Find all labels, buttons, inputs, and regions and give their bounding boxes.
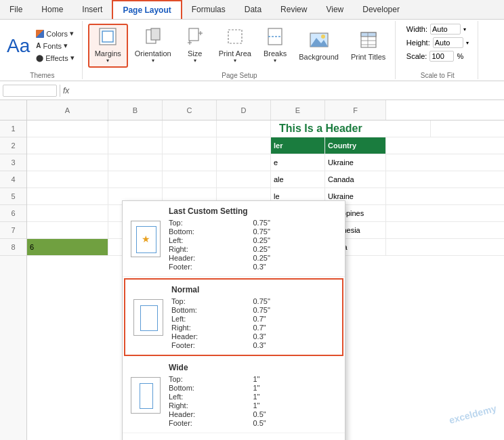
orientation-label: Orientation <box>135 49 171 58</box>
width-chevron[interactable]: ▾ <box>463 26 466 32</box>
cell-f4[interactable]: Canada <box>325 171 386 188</box>
cell-d2[interactable] <box>217 137 271 154</box>
svg-point-14 <box>321 35 325 39</box>
margin-right-val-n: 0.7" <box>253 324 335 332</box>
width-row: Width: ▾ <box>406 24 466 35</box>
tab-page-layout[interactable]: Page Layout <box>112 0 182 19</box>
tab-file[interactable]: File <box>0 0 32 19</box>
print-area-chevron: ▾ <box>234 58 236 64</box>
themes-large-btn[interactable]: Aa Colors ▾ A Fonts ▾ ⬤ <box>7 28 78 64</box>
cell-a6[interactable] <box>27 205 108 221</box>
margin-title-last-custom: Last Custom Setting <box>169 206 337 216</box>
row-header-5[interactable]: 5 <box>0 188 26 205</box>
margins-button[interactable]: Margins ▾ <box>88 24 128 68</box>
cell-b1[interactable] <box>108 120 163 137</box>
formula-input[interactable] <box>72 86 501 95</box>
cell-a4[interactable] <box>27 171 108 188</box>
cell-d4[interactable] <box>217 171 271 188</box>
height-chevron[interactable]: ▾ <box>466 40 469 46</box>
cell-f2[interactable]: Country <box>325 137 386 154</box>
margin-icon-last-custom: ★ <box>131 221 161 257</box>
svg-rect-3 <box>151 28 160 40</box>
orientation-icon <box>145 28 161 48</box>
height-input[interactable] <box>433 37 463 48</box>
cell-b2[interactable] <box>108 137 163 154</box>
row-header-2[interactable]: 2 <box>0 137 26 154</box>
row-header-7[interactable]: 7 <box>0 222 26 239</box>
tab-formulas[interactable]: Formulas <box>182 0 235 19</box>
tab-insert[interactable]: Insert <box>72 0 112 19</box>
orientation-button[interactable]: Orientation ▾ <box>129 25 177 66</box>
cell-b4[interactable] <box>108 171 163 188</box>
margin-left-val-n: 0.7" <box>253 315 335 323</box>
margin-option-last-custom[interactable]: ★ Last Custom Setting Top: 0.75" Bottom:… <box>123 201 345 277</box>
col-header-e[interactable]: E <box>271 100 325 120</box>
cell-c2[interactable] <box>163 137 217 154</box>
cell-c4[interactable] <box>163 171 217 188</box>
row-headers: 1 2 3 4 5 6 7 8 <box>0 100 27 440</box>
tab-data[interactable]: Data <box>235 0 271 19</box>
cell-b3[interactable] <box>108 154 163 171</box>
ribbon: File Home Insert Page Layout Formulas Da… <box>0 0 504 81</box>
tab-home[interactable]: Home <box>32 0 72 19</box>
fonts-button[interactable]: A Fonts ▾ <box>33 40 77 51</box>
scale-input[interactable] <box>429 51 454 62</box>
cell-d3[interactable] <box>217 154 271 171</box>
cell-a2[interactable] <box>27 137 108 154</box>
height-row: Height: ▾ <box>406 37 469 48</box>
margin-footer-val-n: 0.3" <box>253 341 335 349</box>
cell-e2[interactable]: ler <box>271 137 325 154</box>
cell-a3[interactable] <box>27 154 108 171</box>
corner-cell[interactable] <box>0 100 26 120</box>
cell-a7[interactable] <box>27 222 108 238</box>
margin-option-normal[interactable]: Normal Top: 0.75" Bottom: 0.75" Left: 0.… <box>124 278 343 356</box>
margin-option-narrow[interactable]: Narrow Top: 0.75" Bottom: 0.75" Left: 0.… <box>123 433 345 440</box>
cell-c3[interactable] <box>163 154 217 171</box>
cell-a8[interactable]: 6 <box>27 239 108 255</box>
tab-view[interactable]: View <box>316 0 353 19</box>
col-header-b[interactable]: B <box>108 100 163 120</box>
cell-e1[interactable]: This Is a Header <box>271 120 431 137</box>
col-header-d[interactable]: D <box>217 100 271 120</box>
colors-swatch <box>36 30 44 38</box>
themes-buttons: Aa Colors ▾ A Fonts ▾ ⬤ <box>7 21 78 70</box>
col-header-a[interactable]: A <box>27 100 108 120</box>
size-button[interactable]: Size ▾ <box>178 25 212 66</box>
print-titles-icon <box>360 31 377 51</box>
col-header-c[interactable]: C <box>163 100 217 120</box>
cell-f3[interactable]: Ukraine <box>325 154 386 171</box>
cell-e3[interactable]: e <box>271 154 325 171</box>
margin-right-label-n: Right: <box>171 324 253 332</box>
width-input[interactable] <box>430 24 461 35</box>
tab-review[interactable]: Review <box>271 0 316 19</box>
name-box[interactable] <box>3 85 57 97</box>
cell-d1[interactable] <box>217 120 271 137</box>
table-row: ler Country <box>27 137 504 154</box>
colors-button[interactable]: Colors ▾ <box>33 28 77 39</box>
print-titles-button[interactable]: Print Titles <box>345 28 391 64</box>
col-header-f[interactable]: F <box>325 100 386 120</box>
margins-chevron: ▾ <box>106 58 109 64</box>
row-header-8[interactable]: 8 <box>0 239 26 256</box>
col-headers: A B C D E F <box>27 100 504 120</box>
cell-a1[interactable] <box>27 120 108 137</box>
themes-icon: Aa <box>7 35 30 57</box>
margin-option-wide[interactable]: Wide Top: 1" Bottom: 1" Left: 1" Right: … <box>123 357 345 433</box>
margin-left-label: Left: <box>169 236 253 244</box>
margin-bottom-val-w: 1" <box>253 384 337 392</box>
row-header-4[interactable]: 4 <box>0 171 26 188</box>
formula-divider <box>60 85 60 97</box>
background-button[interactable]: Background <box>293 28 344 64</box>
breaks-button[interactable]: Breaks ▾ <box>258 25 292 66</box>
scale-group: Width: ▾ Height: ▾ Scale: % Scale to Fit <box>397 21 478 79</box>
size-chevron: ▾ <box>194 58 196 64</box>
cell-c1[interactable] <box>163 120 217 137</box>
row-header-3[interactable]: 3 <box>0 154 26 171</box>
cell-a5[interactable] <box>27 188 108 204</box>
effects-button[interactable]: ⬤ Effects ▾ <box>33 52 77 64</box>
row-header-6[interactable]: 6 <box>0 205 26 222</box>
row-header-1[interactable]: 1 <box>0 120 26 137</box>
print-area-button[interactable]: Print Area ▾ <box>213 25 257 66</box>
tab-developer[interactable]: Developer <box>353 0 409 19</box>
cell-e4[interactable]: ale <box>271 171 325 188</box>
